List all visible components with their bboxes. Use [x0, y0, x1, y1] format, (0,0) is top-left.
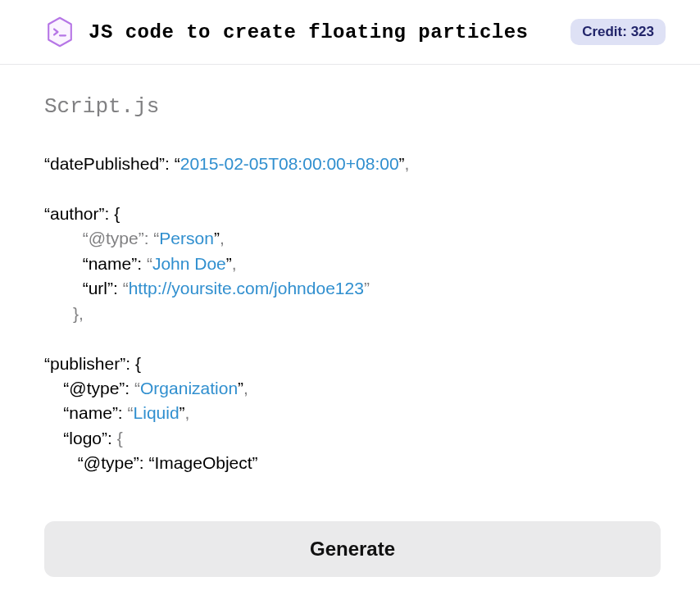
- key-publisher: publisher: [50, 354, 120, 373]
- key-author-type: @type: [89, 229, 139, 247]
- value-publisher-name: Liquid: [134, 403, 180, 422]
- key-publisher-type: @type: [69, 379, 119, 397]
- value-author-url: http://yoursite.com/johndoe123: [129, 279, 364, 297]
- credit-badge: Credit: 323: [570, 19, 666, 45]
- key-publisher-name: name: [69, 403, 112, 422]
- app-logo-icon: [44, 16, 75, 48]
- key-author: author: [50, 204, 99, 223]
- key-publisher-logo: logo: [69, 429, 102, 447]
- code-block: “datePublished”: “2015-02-05T08:00:00+08…: [44, 152, 656, 476]
- key-author-url: url: [89, 279, 107, 297]
- file-name: Script.js: [44, 94, 656, 119]
- value-datePublished: 2015-02-05T08:00:00+08:00: [180, 154, 399, 173]
- value-logo-type: ImageObject: [155, 453, 252, 472]
- key-datePublished: datePublished: [50, 154, 159, 173]
- key-logo-type: @type: [84, 453, 134, 472]
- value-author-name: John Doe: [152, 254, 226, 273]
- svg-marker-0: [48, 18, 71, 47]
- value-publisher-type: Organization: [140, 379, 238, 397]
- header-bar: JS code to create floating particles Cre…: [0, 0, 700, 65]
- page-title: JS code to create floating particles: [89, 21, 557, 43]
- key-author-name: name: [89, 254, 132, 273]
- value-author-type: Person: [159, 229, 214, 247]
- generate-button[interactable]: Generate: [44, 521, 661, 577]
